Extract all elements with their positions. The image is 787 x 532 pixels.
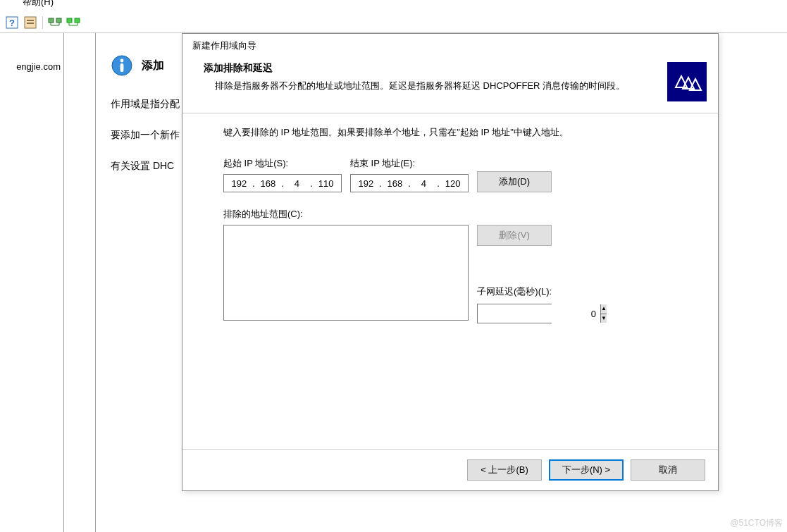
svg-text:?: ? <box>9 18 15 28</box>
exclude-row: 删除(V) 子网延迟(毫秒)(L): ▲ ▼ <box>223 225 693 323</box>
mid-pane <box>65 33 96 532</box>
excluded-range-label: 排除的地址范围(C): <box>223 208 693 221</box>
end-ip-oct2[interactable]: 168 <box>386 178 403 189</box>
menubar: 帮助(H) <box>23 0 54 8</box>
subnet-delay-group: 子网延迟(毫秒)(L): ▲ ▼ <box>477 285 552 323</box>
end-ip-oct1[interactable]: 192 <box>357 178 374 189</box>
toolbar: ? <box>0 12 787 33</box>
end-ip-label: 结束 IP 地址(E): <box>350 157 469 170</box>
properties-icon[interactable] <box>23 15 38 30</box>
start-ip-input[interactable]: 192. 168. 4. 110 <box>223 174 342 192</box>
end-ip-group: 结束 IP 地址(E): 192. 168. 4. 120 <box>350 157 469 192</box>
start-ip-oct3[interactable]: 4 <box>288 178 305 189</box>
svg-point-16 <box>120 59 124 63</box>
content-heading: 添加 <box>142 58 164 73</box>
toolbar-separator <box>42 16 43 29</box>
subnet-delay-input[interactable] <box>478 304 600 323</box>
svg-rect-11 <box>75 18 80 23</box>
instruction-text: 键入要排除的 IP 地址范围。如果要排除单个地址，只需在"起始 IP 地址"中键… <box>223 126 693 139</box>
dialog-footer: < 上一步(B) 下一步(N) > 取消 <box>182 449 718 490</box>
dialog-header-desc: 排除是指服务器不分配的地址或地址范围。延迟是指服务器将延迟 DHCPOFFER … <box>204 79 662 94</box>
server-icon[interactable] <box>47 15 63 30</box>
svg-rect-6 <box>56 18 61 23</box>
remove-button[interactable]: 删除(V) <box>477 225 552 246</box>
cancel-button[interactable]: 取消 <box>631 459 705 481</box>
excluded-range-listbox[interactable] <box>223 225 469 321</box>
svg-rect-3 <box>27 20 34 21</box>
dialog-title: 新建作用域向导 <box>182 34 718 55</box>
end-ip-oct4[interactable]: 120 <box>445 178 461 189</box>
end-ip-oct3[interactable]: 4 <box>415 178 432 189</box>
tree-item-domain[interactable]: engjie.com <box>16 61 61 72</box>
start-ip-group: 起始 IP 地址(S): 192. 168. 4. 110 <box>223 157 342 192</box>
dialog-header-title: 添加排除和延迟 <box>204 62 662 75</box>
server-green-icon[interactable] <box>66 15 81 30</box>
svg-rect-4 <box>27 23 34 24</box>
start-ip-oct1[interactable]: 192 <box>230 178 247 189</box>
end-ip-input[interactable]: 192. 168. 4. 120 <box>350 174 469 192</box>
ip-range-row: 起始 IP 地址(S): 192. 168. 4. 110 结束 IP 地址(E… <box>223 157 693 192</box>
spinner-down-icon[interactable]: ▼ <box>601 314 607 323</box>
start-ip-oct4[interactable]: 110 <box>318 178 335 189</box>
menu-help[interactable]: 帮助(H) <box>23 0 54 7</box>
svg-rect-5 <box>49 18 54 23</box>
new-scope-wizard-dialog: 新建作用域向导 添加排除和延迟 排除是指服务器不分配的地址或地址范围。延迟是指服… <box>182 33 719 491</box>
subnet-delay-spinner[interactable]: ▲ ▼ <box>477 304 552 323</box>
back-button[interactable]: < 上一步(B) <box>467 459 542 481</box>
next-button[interactable]: 下一步(N) > <box>549 459 624 481</box>
dialog-body: 键入要排除的 IP 地址范围。如果要排除单个地址，只需在"起始 IP 地址"中键… <box>182 113 718 449</box>
info-icon <box>111 54 133 77</box>
help-icon[interactable]: ? <box>4 15 20 30</box>
start-ip-oct2[interactable]: 168 <box>259 178 276 189</box>
subnet-delay-label: 子网延迟(毫秒)(L): <box>477 285 552 298</box>
wizard-icon <box>667 62 707 101</box>
dialog-header: 添加排除和延迟 排除是指服务器不分配的地址或地址范围。延迟是指服务器将延迟 DH… <box>182 55 718 113</box>
start-ip-label: 起始 IP 地址(S): <box>223 157 342 170</box>
svg-rect-10 <box>67 18 72 23</box>
tree-pane: engjie.com <box>0 33 64 532</box>
add-button[interactable]: 添加(D) <box>477 171 552 192</box>
svg-rect-17 <box>120 63 124 72</box>
watermark: @51CTO博客 <box>730 517 783 529</box>
spinner-up-icon[interactable]: ▲ <box>601 304 607 314</box>
